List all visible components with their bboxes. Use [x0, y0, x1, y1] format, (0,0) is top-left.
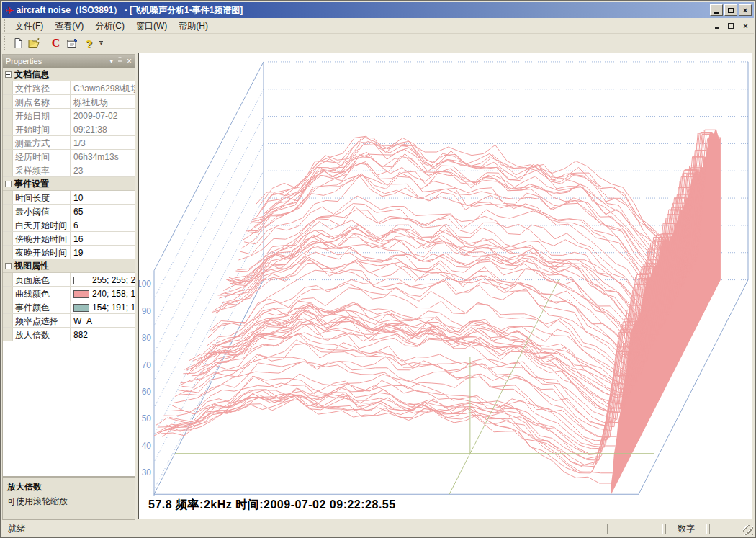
property-value[interactable]: C:\awa6298\机场	[71, 81, 135, 94]
menu-item-3[interactable]: 分析(C)	[89, 19, 130, 32]
chart-area: 10090807060504030 57.8 频率:2kHz 时间:2009-0…	[138, 53, 752, 519]
property-label: 事件颜色	[13, 300, 71, 313]
color-swatch	[73, 277, 89, 284]
pin-icon[interactable]	[117, 57, 123, 66]
property-value-text: 1/3	[73, 138, 86, 148]
property-value[interactable]: 6	[71, 218, 135, 231]
property-row[interactable]: 白天开始时间6	[3, 218, 135, 232]
property-label: 曲线颜色	[13, 287, 71, 300]
property-sheet-icon	[66, 37, 78, 49]
resize-grip[interactable]	[743, 525, 753, 535]
property-value[interactable]: 1/3	[71, 136, 135, 149]
property-label: 测量方式	[13, 136, 71, 149]
toolbar-separator	[45, 37, 45, 50]
toolbar-overflow-button[interactable]: ▾	[97, 35, 105, 51]
menu-item-4[interactable]: 窗口(W)	[130, 19, 173, 32]
property-row[interactable]: 经历时间06h34m13s	[3, 150, 135, 163]
new-document-icon	[12, 37, 24, 49]
property-category[interactable]: 文档信息	[3, 68, 135, 81]
row-indent	[3, 95, 13, 108]
row-indent	[3, 246, 13, 259]
spectrogram-3d-plot[interactable]: 10090807060504030	[139, 53, 752, 519]
workspace: Properties ▾ × 文档信息文件路径C:\awa6298\机场测点名称…	[2, 53, 754, 520]
property-row[interactable]: 页面底色255; 255; 255	[3, 273, 135, 287]
property-value[interactable]: 154; 191; 186	[71, 300, 135, 313]
property-value[interactable]: 2009-07-02	[71, 109, 135, 122]
minimize-button[interactable]	[710, 4, 723, 16]
property-row[interactable]: 开始日期2009-07-02	[3, 109, 135, 122]
property-description-text: 可使用滚轮缩放	[7, 496, 130, 508]
help-button[interactable]: ?	[81, 35, 97, 51]
property-row[interactable]: 夜晚开始时间19	[3, 246, 135, 259]
property-row[interactable]: 放大倍数882	[3, 328, 135, 341]
property-value[interactable]: 65	[71, 205, 135, 218]
property-row[interactable]: 开始时间09:21:38	[3, 122, 135, 136]
property-label: 最小阈值	[13, 205, 71, 218]
property-value[interactable]: 882	[71, 328, 135, 341]
mdi-restore-button[interactable]	[725, 20, 737, 31]
property-row[interactable]: 傍晚开始时间16	[3, 232, 135, 246]
collapse-icon[interactable]	[5, 71, 12, 78]
close-button[interactable]: ×	[739, 4, 752, 16]
menu-item-5[interactable]: 帮助(H)	[173, 19, 214, 32]
property-value-text: 6	[73, 220, 78, 230]
maximize-icon	[728, 8, 734, 13]
property-value[interactable]: 16	[71, 232, 135, 245]
property-value[interactable]: 255; 255; 255	[71, 273, 135, 286]
properties-panel-titlebar[interactable]: Properties ▾ ×	[3, 55, 135, 68]
property-value[interactable]: 10	[71, 191, 135, 204]
property-row[interactable]: 频率点选择W_A	[3, 314, 135, 328]
row-indent	[3, 163, 13, 176]
property-label: 傍晚开始时间	[13, 232, 71, 245]
open-folder-icon	[28, 37, 40, 49]
property-row[interactable]: 文件路径C:\awa6298\机场	[3, 81, 135, 95]
spectrum-trace	[246, 168, 703, 290]
property-row[interactable]: 曲线颜色240; 158; 158	[3, 287, 135, 300]
property-value[interactable]: 19	[71, 246, 135, 259]
property-row[interactable]: 最小阈值65	[3, 205, 135, 218]
collapse-icon[interactable]	[5, 181, 12, 187]
property-label: 频率点选择	[13, 314, 71, 327]
panel-close-icon[interactable]: ×	[127, 57, 132, 66]
panel-menu-icon[interactable]: ▾	[109, 58, 113, 65]
property-row[interactable]: 测量方式1/3	[3, 136, 135, 150]
property-category[interactable]: 视图属性	[3, 259, 135, 273]
new-document-button[interactable]	[9, 35, 26, 51]
property-category[interactable]: 事件设置	[3, 177, 135, 191]
property-row[interactable]: 采样频率23	[3, 163, 135, 177]
value-axis-tick-label: 100	[139, 279, 151, 289]
calibration-button[interactable]: C	[48, 35, 64, 51]
title-bar[interactable]: ✈ aircraft noise（ISO3891） - [飞机噪声分析1-事件1…	[2, 2, 754, 18]
maximize-button[interactable]	[724, 4, 737, 16]
property-value-text: 栎社机场	[73, 97, 108, 109]
row-indent	[3, 314, 13, 327]
open-file-button[interactable]	[26, 35, 42, 51]
menu-bar: 文件(F)查看(V)分析(C)窗口(W)帮助(H) ×	[2, 18, 754, 34]
properties-panel-title: Properties	[6, 57, 106, 66]
property-value-text: 19	[73, 248, 83, 258]
value-axis-tick-label: 90	[142, 306, 152, 316]
property-row[interactable]: 时间长度10	[3, 191, 135, 205]
row-indent	[3, 300, 13, 313]
menubar-grip[interactable]	[4, 19, 7, 32]
mdi-close-button[interactable]: ×	[739, 20, 752, 31]
collapse-icon[interactable]	[5, 263, 12, 269]
property-value[interactable]: 06h34m13s	[71, 150, 135, 163]
property-value[interactable]: W_A	[71, 314, 135, 327]
mdi-minimize-button[interactable]	[711, 20, 723, 31]
property-value[interactable]: 240; 158; 158	[71, 287, 135, 300]
property-value[interactable]: 栎社机场	[71, 95, 135, 108]
toolbar-grip[interactable]	[4, 36, 7, 51]
menu-item-1[interactable]: 文件(F)	[9, 19, 49, 32]
properties-button[interactable]	[64, 35, 81, 51]
property-row[interactable]: 测点名称栎社机场	[3, 95, 135, 109]
property-row[interactable]: 事件颜色154; 191; 186	[3, 300, 135, 314]
property-value[interactable]: 09:21:38	[71, 122, 135, 135]
property-value[interactable]: 23	[71, 163, 135, 176]
row-indent	[3, 191, 13, 204]
property-label: 开始时间	[13, 122, 71, 135]
property-grid: 文档信息文件路径C:\awa6298\机场测点名称栎社机场开始日期2009-07…	[3, 68, 135, 341]
menu-item-2[interactable]: 查看(V)	[49, 19, 89, 32]
property-label: 测点名称	[13, 95, 71, 108]
cursor-readout: 57.8 频率:2kHz 时间:2009-07-02 09:22:28.55	[148, 498, 396, 513]
